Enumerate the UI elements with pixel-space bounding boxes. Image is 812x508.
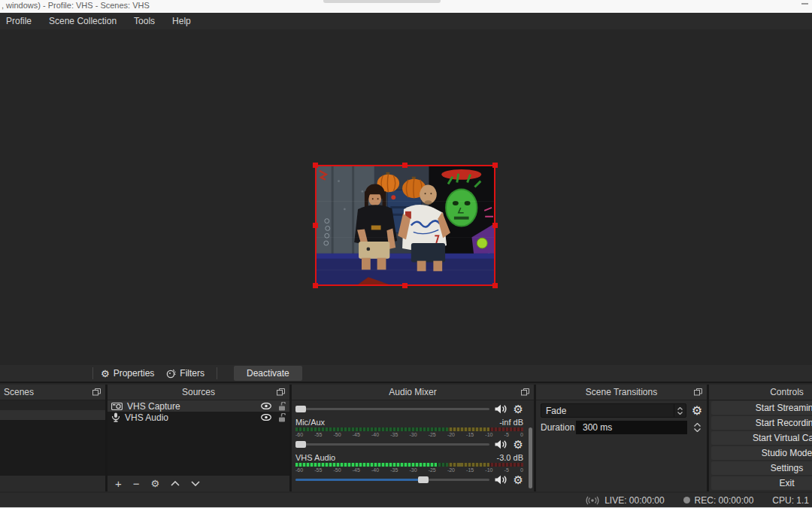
tick-label: -35 bbox=[390, 431, 398, 438]
unlocked-padlock-icon[interactable] bbox=[278, 402, 286, 411]
spinner-up-icon bbox=[677, 407, 683, 410]
dock-popout-icon[interactable] bbox=[521, 388, 529, 396]
tick-label: -55 bbox=[314, 467, 322, 473]
resize-handle-top-right[interactable] bbox=[492, 163, 498, 168]
scenes-title: Scenes bbox=[0, 385, 105, 400]
menu-scene-collection[interactable]: Scene Collection bbox=[49, 16, 126, 26]
speaker-icon[interactable] bbox=[495, 404, 508, 414]
move-down-chevron-icon[interactable] bbox=[191, 481, 200, 486]
tick-label: -40 bbox=[371, 467, 379, 473]
scene-row-selected[interactable] bbox=[0, 410, 105, 420]
tick-label: -10 bbox=[485, 467, 492, 473]
mixer-gear-icon[interactable]: ⚙ bbox=[514, 440, 523, 449]
source-properties-gear-icon[interactable]: ⚙ bbox=[151, 478, 160, 489]
rec-time: REC: 00:00:00 bbox=[695, 495, 754, 506]
studio-mode-button[interactable]: Studio Mode bbox=[711, 446, 812, 460]
speaker-icon[interactable] bbox=[495, 475, 508, 485]
speaker-icon[interactable] bbox=[495, 440, 508, 449]
scene-transitions-header: Scene Transitions bbox=[536, 385, 707, 400]
transition-selected-value: Fade bbox=[541, 406, 674, 416]
menu-profile[interactable]: Profile bbox=[6, 16, 41, 26]
exit-button[interactable]: Exit bbox=[711, 476, 812, 490]
audio-mixer-panel: Audio Mixer bbox=[292, 385, 534, 491]
scene-transitions-content: Fade ⚙ Duration 300 ms bbox=[536, 400, 707, 491]
source-name: VHS Capture bbox=[127, 401, 180, 412]
start-streaming-button[interactable]: Start Streaming bbox=[711, 401, 812, 415]
duration-input[interactable]: 300 ms bbox=[576, 421, 687, 434]
volume-slider[interactable] bbox=[295, 441, 489, 448]
remove-source-icon[interactable]: − bbox=[133, 478, 140, 489]
tick-label: -15 bbox=[466, 431, 474, 438]
start-recording-button[interactable]: Start Recording bbox=[711, 416, 812, 430]
controls-content: Start Streaming Start Recording Start Vi… bbox=[709, 400, 812, 491]
menu-help[interactable]: Help bbox=[172, 16, 201, 26]
background-window-edge bbox=[323, 0, 441, 3]
tick-label: -15 bbox=[466, 467, 474, 473]
resize-handle-middle-left[interactable] bbox=[313, 223, 318, 228]
filters-button[interactable]: Filters bbox=[166, 368, 205, 379]
tick-label: -20 bbox=[447, 431, 455, 438]
scenes-list[interactable] bbox=[0, 400, 105, 475]
visibility-eye-icon[interactable] bbox=[261, 403, 271, 409]
dock-popout-icon[interactable] bbox=[277, 388, 285, 396]
controls-header: Controls bbox=[709, 385, 812, 400]
source-context-toolbar: ⚙ Properties Filters Deactivate bbox=[0, 365, 812, 383]
transition-select[interactable]: Fade bbox=[541, 403, 686, 418]
mixer-db-value: -inf dB bbox=[499, 418, 523, 427]
broadcast-icon bbox=[585, 496, 600, 505]
settings-button[interactable]: Settings bbox=[711, 461, 812, 475]
source-row-vhs-capture[interactable]: VHS Capture bbox=[108, 400, 289, 412]
resize-handle-top-center[interactable] bbox=[402, 163, 408, 168]
audio-mixer-header: Audio Mixer bbox=[292, 385, 534, 400]
resize-handle-bottom-left[interactable] bbox=[313, 283, 318, 288]
mixer-gear-icon[interactable]: ⚙ bbox=[514, 475, 523, 485]
tick-label: -30 bbox=[409, 431, 417, 438]
mixer-gear-icon[interactable]: ⚙ bbox=[514, 404, 523, 414]
dock-area: Scenes Sources bbox=[0, 385, 812, 491]
sources-toolbar: + − ⚙ bbox=[108, 475, 289, 491]
tick-label: -50 bbox=[333, 431, 341, 438]
properties-button[interactable]: ⚙ Properties bbox=[101, 368, 154, 379]
microphone-icon bbox=[111, 412, 120, 422]
filters-icon bbox=[166, 369, 176, 379]
audio-mixer-content: ⚙ Mic/Aux -inf dB -60-55-50-45-40-35-30-… bbox=[292, 400, 534, 491]
add-source-icon[interactable]: + bbox=[115, 478, 122, 489]
start-virtual-camera-button[interactable]: Start Virtual Cam bbox=[711, 431, 812, 445]
tick-label: -20 bbox=[447, 467, 455, 473]
deactivate-button[interactable]: Deactivate bbox=[234, 366, 302, 381]
mixer-source-name: Mic/Aux bbox=[295, 418, 325, 427]
sources-list[interactable]: VHS Capture bbox=[108, 400, 289, 475]
menu-tools[interactable]: Tools bbox=[134, 16, 165, 26]
resize-handle-top-left[interactable] bbox=[313, 163, 318, 168]
duration-spinner[interactable] bbox=[692, 423, 702, 432]
resize-handle-middle-right[interactable] bbox=[492, 223, 498, 228]
tick-label: -5 bbox=[504, 467, 509, 473]
resize-handle-bottom-center[interactable] bbox=[402, 283, 408, 288]
volume-slider[interactable] bbox=[295, 476, 489, 483]
tick-label: -35 bbox=[390, 467, 398, 473]
sources-panel: Sources VHS Capture bbox=[108, 385, 289, 491]
minimize-icon[interactable] bbox=[801, 3, 808, 5]
source-row-vhs-audio[interactable]: VHS Audio bbox=[108, 412, 289, 423]
tick-label: -25 bbox=[429, 467, 436, 473]
transition-properties-gear-icon[interactable]: ⚙ bbox=[692, 406, 702, 415]
move-up-chevron-icon[interactable] bbox=[171, 481, 180, 486]
record-dot-icon bbox=[683, 497, 690, 503]
volume-meter bbox=[295, 427, 523, 431]
visibility-eye-icon[interactable] bbox=[261, 414, 271, 421]
dock-popout-icon[interactable] bbox=[694, 388, 702, 396]
unlocked-padlock-icon[interactable] bbox=[278, 413, 286, 422]
source-name: VHS Audio bbox=[125, 412, 168, 423]
volume-slider[interactable] bbox=[295, 406, 489, 412]
mixer-db-value: -3.0 dB bbox=[497, 453, 523, 462]
resize-handle-bottom-right[interactable] bbox=[492, 283, 498, 288]
mixer-item-mic-aux: Mic/Aux -inf dB -60-55-50-45-40-35-30-25… bbox=[295, 417, 523, 450]
meter-scale: -60-55-50-45-40-35-30-25-20-15-10-50 bbox=[295, 467, 523, 473]
preview-video-frame[interactable] bbox=[315, 165, 495, 286]
tick-label: -45 bbox=[353, 467, 360, 473]
dock-popout-icon[interactable] bbox=[92, 388, 101, 396]
preview-canvas[interactable] bbox=[0, 29, 812, 365]
combo-spinner[interactable] bbox=[674, 404, 686, 417]
scene-row[interactable] bbox=[0, 400, 105, 410]
mixer-scrollbar[interactable] bbox=[529, 427, 532, 488]
